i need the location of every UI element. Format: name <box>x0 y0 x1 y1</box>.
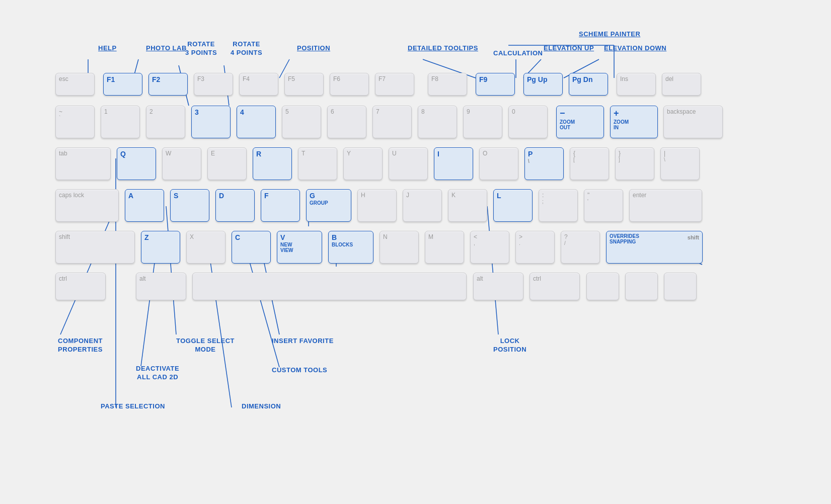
key-tab[interactable]: tab <box>55 147 111 180</box>
key-a[interactable]: A <box>125 189 164 222</box>
annotation-insert-favorite: INSERT FAVORITE <box>272 337 334 346</box>
keyboard-container: HELP PHOTO LAB ROTATE3 POINTS ROTATE4 PO… <box>25 40 805 302</box>
key-q[interactable]: Q <box>117 147 156 180</box>
key-8[interactable]: 8 <box>418 106 457 138</box>
key-pgdn[interactable]: Pg Dn <box>569 73 608 96</box>
key-shift-right[interactable]: OVERRIDESSNAPPING shift <box>606 231 703 264</box>
key-pgup[interactable]: Pg Up <box>523 73 563 96</box>
key-o[interactable]: O <box>479 147 518 180</box>
key-e[interactable]: E <box>207 147 247 180</box>
key-c[interactable]: C <box>232 231 271 264</box>
key-f4[interactable]: F4 <box>239 73 278 96</box>
key-2[interactable]: 2 <box>146 106 185 138</box>
annotation-lock-position: LOCKPOSITION <box>493 337 526 354</box>
key-space[interactable] <box>192 273 467 300</box>
key-slash[interactable]: ? / <box>561 231 600 264</box>
key-v[interactable]: V NEWVIEW <box>277 231 322 264</box>
key-u[interactable]: U <box>389 147 428 180</box>
annotation-component-properties: COMPONENTPROPERTIES <box>58 337 103 354</box>
key-g[interactable]: G GROUP <box>306 189 351 222</box>
key-comma[interactable]: < , <box>470 231 509 264</box>
key-f3[interactable]: F3 <box>194 73 233 96</box>
key-backslash[interactable]: | \ <box>660 147 700 180</box>
annotation-dimension: DIMENSION <box>242 402 281 411</box>
key-alt-right[interactable]: alt <box>473 273 523 300</box>
key-i[interactable]: I <box>434 147 473 180</box>
key-w[interactable]: W <box>162 147 201 180</box>
key-backtick[interactable]: ~ ` <box>55 106 95 138</box>
annotation-toggle-select: TOGGLE SELECTMODE <box>176 337 235 354</box>
key-ctrl-right[interactable]: ctrl <box>530 273 580 300</box>
key-j[interactable]: J <box>403 189 442 222</box>
key-esc[interactable]: esc <box>55 73 95 96</box>
key-3[interactable]: 3 <box>191 106 231 138</box>
annotation-deactivate-cad: DEACTIVATEALL CAD 2D <box>136 365 179 382</box>
key-x[interactable]: X <box>186 231 225 264</box>
key-6[interactable]: 6 <box>327 106 366 138</box>
key-t[interactable]: T <box>298 147 337 180</box>
key-p[interactable]: P \ <box>524 147 564 180</box>
key-period[interactable]: > . <box>515 231 555 264</box>
key-n[interactable]: N <box>380 231 419 264</box>
key-d[interactable]: D <box>215 189 255 222</box>
key-7[interactable]: 7 <box>372 106 412 138</box>
key-b[interactable]: B BLOCKS <box>328 231 373 264</box>
key-f2[interactable]: F2 <box>148 73 188 96</box>
key-5[interactable]: 5 <box>282 106 321 138</box>
keyboard: esc F1 F2 F3 F4 F5 F6 F7 F8 <box>25 40 780 302</box>
key-f1[interactable]: F1 <box>103 73 142 96</box>
key-shift-left[interactable]: shift <box>55 231 135 264</box>
key-capslock[interactable]: caps lock <box>55 189 119 222</box>
key-backspace[interactable]: backspace <box>663 106 723 138</box>
key-y[interactable]: Y <box>343 147 383 180</box>
annotation-scheme-painter: SCHEME PAINTER <box>579 30 640 39</box>
key-m[interactable]: M <box>425 231 464 264</box>
key-alt-left[interactable]: alt <box>136 273 186 300</box>
key-plus[interactable]: + ZOOMIN <box>610 106 658 138</box>
key-arrow-right[interactable] <box>664 273 697 300</box>
key-z[interactable]: Z <box>141 231 180 264</box>
key-ctrl-left[interactable]: ctrl <box>55 273 106 300</box>
key-f5[interactable]: F5 <box>284 73 324 96</box>
key-enter[interactable]: enter <box>629 189 702 222</box>
annotation-custom-tools: CUSTOM TOOLS <box>272 366 327 375</box>
key-s[interactable]: S <box>170 189 209 222</box>
key-arrow-left[interactable] <box>586 273 619 300</box>
key-k[interactable]: K <box>448 189 487 222</box>
key-4[interactable]: 4 <box>237 106 276 138</box>
key-f[interactable]: F <box>261 189 300 222</box>
annotation-paste-selection: PASTE SELECTION <box>101 402 165 411</box>
key-f7[interactable]: F7 <box>375 73 414 96</box>
key-f8[interactable]: F8 <box>428 73 467 96</box>
key-minus[interactable]: − ZOOMOUT <box>556 106 604 138</box>
key-del[interactable]: del <box>662 73 701 96</box>
key-9[interactable]: 9 <box>463 106 502 138</box>
key-r[interactable]: R <box>253 147 292 180</box>
key-f6[interactable]: F6 <box>330 73 369 96</box>
key-arrow-mid[interactable] <box>625 273 658 300</box>
key-quote[interactable]: " ' <box>584 189 623 222</box>
key-l[interactable]: L <box>493 189 533 222</box>
key-f9[interactable]: F9 <box>476 73 515 96</box>
key-semicolon[interactable]: : ; <box>539 189 578 222</box>
key-1[interactable]: 1 <box>101 106 140 138</box>
key-h[interactable]: H <box>357 189 397 222</box>
key-ins[interactable]: Ins <box>617 73 656 96</box>
key-rbracket[interactable]: } ] <box>615 147 654 180</box>
key-0[interactable]: 0 <box>508 106 548 138</box>
key-lbracket[interactable]: { [ <box>570 147 609 180</box>
